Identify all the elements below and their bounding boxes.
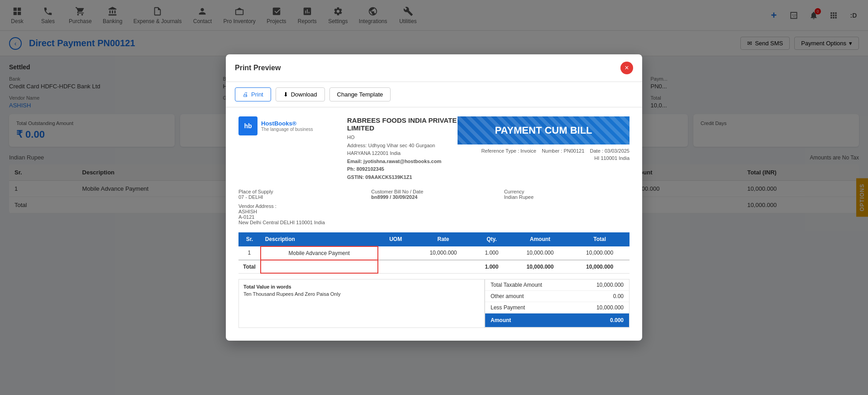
- change-template-button[interactable]: Change Template: [329, 87, 391, 101]
- inv-total-total: 10,000.000: [570, 260, 630, 274]
- inv-row-sr: 1: [238, 246, 261, 260]
- modal-title: Print Preview: [235, 64, 281, 72]
- inv-col-rate: Rate: [414, 232, 473, 246]
- inv-row-total: 10,000.000: [570, 246, 630, 260]
- logo-box: hb: [238, 116, 258, 135]
- download-button[interactable]: ⬇ Download: [276, 87, 325, 101]
- summary-other: Other amount 0.00: [485, 291, 629, 302]
- inv-col-uom: UOM: [378, 232, 414, 246]
- modal-close-button[interactable]: ×: [620, 62, 633, 74]
- inv-row-rate: 10,000.000: [414, 246, 473, 260]
- inv-total-qty: 1.000: [473, 260, 510, 274]
- download-icon: ⬇: [283, 91, 288, 98]
- invoice-summary: Total Taxable Amount 10,000.000 Other am…: [485, 279, 630, 328]
- summary-payment: Less Payment 10,000.000: [485, 302, 629, 313]
- print-icon: 🖨: [243, 91, 248, 98]
- invoice-logo: hb HostBooks® The language of business: [238, 116, 340, 135]
- print-preview-modal: Print Preview × 🖨 Print ⬇ Download Chang…: [226, 54, 642, 341]
- inv-total-uom: [378, 260, 414, 274]
- bill-to-addr: HI 110001 India: [458, 155, 630, 161]
- inv-col-qty: Qty.: [473, 232, 510, 246]
- company-info: RABREES FOODS INDIA PRIVATE LIMITED HO A…: [347, 116, 458, 182]
- inv-total-sr: Total: [238, 260, 261, 274]
- payment-cum-bill-banner: PAYMENT CUM BILL: [458, 116, 630, 145]
- inv-total-rate: [414, 260, 473, 274]
- inv-table-row: 1 Mobile Advance Payment 10,000.000 1.00…: [238, 246, 630, 260]
- company-details: HO Address: Udhyog Vihar sec 40 Gurgaon …: [347, 134, 458, 182]
- logo-section: hb HostBooks® The language of business: [238, 116, 347, 182]
- invoice-preview: hb HostBooks® The language of business R…: [226, 107, 642, 341]
- inv-row-qty: 1.000: [473, 246, 510, 260]
- bill-title-section: PAYMENT CUM BILL Reference Type : Invoic…: [458, 116, 630, 182]
- inv-table-total-row: Total 1.000 10,000.000 10,000.000: [238, 260, 630, 274]
- invoice-table: Sr. Description UOM Rate Qty. Amount Tot…: [238, 232, 630, 274]
- currency-block: Currency Indian Rupee: [504, 189, 630, 225]
- invoice-meta: Reference Type : Invoice Number : PN0012…: [458, 148, 630, 154]
- inv-col-sr: Sr.: [238, 232, 261, 246]
- logo-text-area: HostBooks® The language of business: [261, 120, 313, 132]
- modal-header: Print Preview ×: [226, 54, 642, 82]
- inv-row-desc: Mobile Advance Payment: [261, 246, 378, 260]
- invoice-bottom: Total Value in words Ten Thousand Rupees…: [238, 279, 630, 328]
- modal-toolbar: 🖨 Print ⬇ Download Change Template: [226, 82, 642, 107]
- inv-col-desc: Description: [261, 232, 378, 246]
- customer-bill-block: Customer Bill No / Date bn8999 / 30/09/2…: [371, 189, 496, 225]
- inv-col-amount: Amount: [510, 232, 570, 246]
- place-of-supply-block: Place of Supply 07 - DELHI Vendor Addres…: [238, 189, 364, 225]
- inv-total-desc: [261, 260, 378, 274]
- invoice-addr-row: Place of Supply 07 - DELHI Vendor Addres…: [238, 189, 630, 225]
- inv-table-header: Sr. Description UOM Rate Qty. Amount Tot…: [238, 232, 630, 246]
- inv-total-amount: 10,000.000: [510, 260, 570, 274]
- inv-row-uom: [378, 246, 414, 260]
- modal-overlay: Print Preview × 🖨 Print ⬇ Download Chang…: [0, 0, 868, 395]
- invoice-header: hb HostBooks® The language of business R…: [238, 116, 630, 182]
- inv-col-total: Total: [570, 232, 630, 246]
- vendor-address-block: Vendor Address : ASHISH A-0121 New Delhi…: [238, 203, 364, 225]
- invoice-words: Total Value in words Ten Thousand Rupees…: [238, 279, 485, 328]
- summary-total-amount: Amount 0.000: [485, 313, 629, 328]
- print-button[interactable]: 🖨 Print: [235, 87, 271, 101]
- inv-row-amount: 10,000.000: [510, 246, 570, 260]
- summary-taxable: Total Taxable Amount 10,000.000: [485, 279, 629, 291]
